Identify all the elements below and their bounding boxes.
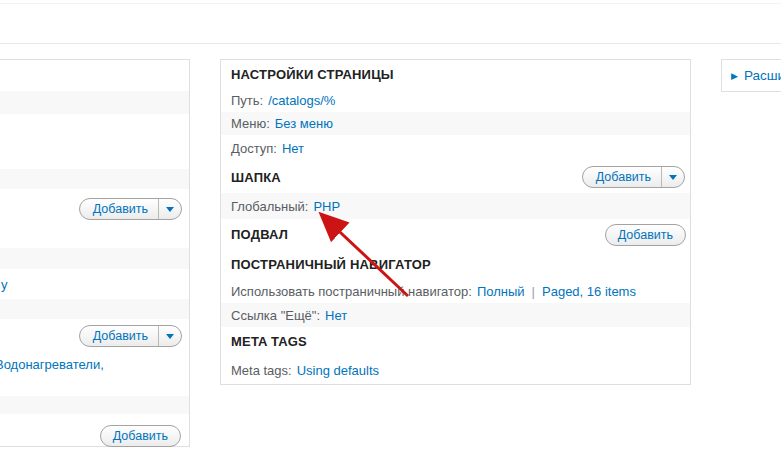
left-settings-panel: Добавить у Добавить Водонагреватели, Доб…	[0, 59, 190, 447]
footer-section-title: ПОДВАЛ	[231, 227, 288, 242]
collapsed-triangle-icon: ▶	[731, 71, 738, 81]
left-row-stripe	[0, 169, 189, 189]
page-settings-title: НАСТРОЙКИ СТРАНИЦЫ	[231, 67, 394, 82]
section-meta-tags: META TAGS	[221, 327, 690, 356]
advanced-settings-box[interactable]: ▶ Расши	[721, 59, 781, 92]
caret-down-icon	[166, 207, 174, 212]
header-add-button-split[interactable]: Добавить	[582, 166, 685, 188]
header-divider	[0, 43, 781, 44]
page-top-divider	[0, 3, 781, 4]
advanced-toggle-link[interactable]: Расши	[744, 68, 781, 83]
section-footer: ПОДВАЛ Добавить	[221, 219, 690, 250]
meta-tags-section-title: META TAGS	[231, 334, 307, 349]
row-access: Доступ: Нет	[221, 135, 690, 161]
caret-down-icon	[166, 334, 174, 339]
meta-tags-value-link[interactable]: Using defaults	[297, 363, 379, 378]
section-pager: ПОСТРАНИЧНЫЙ НАВИГАТОР	[221, 250, 690, 279]
more-link-value[interactable]: Нет	[325, 308, 347, 323]
row-header-handler: Глобальный: PHP	[221, 193, 690, 219]
section-page-settings: НАСТРОЙКИ СТРАНИЦЫ	[221, 60, 690, 89]
row-menu: Меню: Без меню	[221, 112, 690, 135]
row-path: Путь: /catalogs/%	[221, 89, 690, 112]
left-row-stripe	[0, 248, 189, 269]
left-row-stripe	[0, 299, 189, 319]
path-value-link[interactable]: /catalogs/%	[268, 93, 335, 108]
header-section-title: ШАПКА	[231, 170, 281, 185]
menu-label: Меню:	[231, 116, 270, 131]
pager-settings-link[interactable]: Paged, 16 items	[542, 284, 636, 299]
add-button-label[interactable]: Добавить	[80, 202, 158, 216]
row-meta-tags: Meta tags: Using defaults	[221, 356, 690, 384]
row-more-link: Ссылка "Ещё": Нет	[221, 303, 690, 327]
more-link-label: Ссылка "Ещё":	[231, 308, 320, 323]
pager-separator: |	[532, 284, 535, 299]
add-button[interactable]: Добавить	[100, 425, 181, 447]
page-settings-panel: НАСТРОЙКИ СТРАНИЦЫ Путь: /catalogs/% Мен…	[220, 59, 691, 385]
add-dropdown-toggle[interactable]	[158, 326, 181, 346]
php-handler-link[interactable]: PHP	[313, 199, 340, 214]
add-button-label[interactable]: Добавить	[101, 429, 180, 443]
section-header: ШАПКА Добавить	[221, 161, 690, 193]
add-button-label[interactable]: Добавить	[606, 228, 685, 242]
add-dropdown-toggle[interactable]	[661, 167, 684, 187]
add-button-split[interactable]: Добавить	[79, 325, 182, 347]
add-button-label[interactable]: Добавить	[583, 170, 661, 184]
caret-down-icon	[669, 175, 677, 180]
meta-tags-label: Meta tags:	[231, 363, 292, 378]
menu-value-link[interactable]: Без меню	[275, 116, 333, 131]
pager-section-title: ПОСТРАНИЧНЫЙ НАВИГАТОР	[231, 257, 431, 272]
add-dropdown-toggle[interactable]	[158, 199, 181, 219]
truncated-link[interactable]: Водонагреватели,	[0, 357, 104, 372]
add-button-label[interactable]: Добавить	[80, 329, 158, 343]
add-button-split[interactable]: Добавить	[79, 198, 182, 220]
left-row-stripe	[0, 91, 189, 114]
use-pager-label: Использовать постраничный навигатор:	[231, 284, 472, 299]
truncated-link[interactable]: у	[1, 277, 8, 292]
path-label: Путь:	[231, 93, 263, 108]
footer-add-button[interactable]: Добавить	[605, 224, 686, 246]
access-value-link[interactable]: Нет	[282, 141, 304, 156]
left-row-stripe	[0, 396, 189, 414]
row-use-pager: Использовать постраничный навигатор: Пол…	[221, 279, 690, 303]
handler-group-label: Глобальный:	[231, 199, 308, 214]
access-label: Доступ:	[231, 141, 277, 156]
pager-type-link[interactable]: Полный	[477, 284, 525, 299]
